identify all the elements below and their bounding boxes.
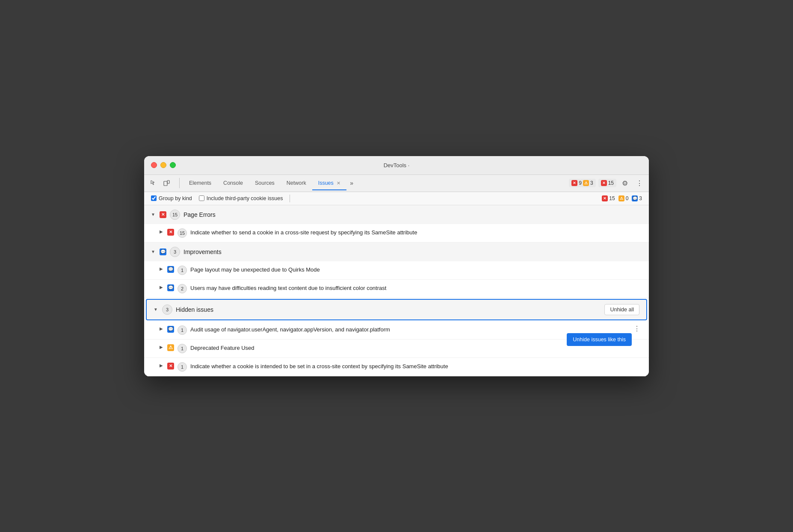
page-errors-icon: ✕ — [160, 211, 166, 218]
error-badge-icon: ✕ — [571, 180, 577, 186]
row-chevron: ▶ — [160, 326, 164, 331]
group-by-kind-checkbox[interactable]: Group by kind — [151, 195, 192, 201]
filter-warnings-badge: ⚠ 0 — [618, 195, 629, 201]
filter-info-badge: 💬 3 — [632, 195, 642, 201]
tab-sources[interactable]: Sources — [249, 177, 281, 190]
tab-network[interactable]: Network — [281, 177, 312, 190]
issues-badge-icon: ✕ — [601, 180, 607, 186]
hidden-issues-chevron: ▼ — [154, 307, 159, 312]
page-errors-count: 15 — [170, 210, 180, 220]
issues-count: 15 — [608, 180, 614, 186]
filter-badges: ✕ 15 ⚠ 0 💬 3 — [602, 195, 642, 201]
warning-badge-icon: ⚠ — [583, 180, 589, 186]
svg-rect-0 — [164, 181, 167, 186]
issue-text: Audit usage of navigator.userAgent, navi… — [190, 325, 628, 334]
row-chevron: ▶ — [160, 266, 164, 271]
device-toggle-icon[interactable] — [160, 177, 172, 189]
row-chevron: ▶ — [160, 363, 164, 368]
row-info-icon: 💬 — [167, 284, 174, 291]
settings-button[interactable]: ⚙ — [619, 177, 631, 189]
error-warning-badge: ✕ 9 ⚠ 3 — [569, 179, 595, 187]
issue-text: Page layout may be unexpected due to Qui… — [190, 266, 642, 274]
toolbar-icons — [148, 177, 172, 189]
close-button[interactable] — [151, 162, 157, 168]
filter-info-icon: 💬 — [632, 195, 638, 201]
row-count: 1 — [178, 325, 187, 335]
group-by-kind-input[interactable] — [151, 195, 157, 201]
row-count: 1 — [178, 362, 187, 372]
maximize-button[interactable] — [170, 162, 176, 168]
filter-bar: Group by kind Include third-party cookie… — [144, 192, 649, 205]
toolbar-divider — [179, 178, 180, 188]
tab-elements[interactable]: Elements — [183, 177, 217, 190]
tabs: Elements Console Sources Network Issues … — [183, 177, 567, 190]
issue-row[interactable]: ▶ ✕ 15 Indicate whether to send a cookie… — [144, 224, 649, 242]
error-count: 9 — [579, 180, 582, 186]
warning-count: 3 — [590, 180, 593, 186]
row-chevron: ▶ — [160, 285, 164, 290]
row-count: 1 — [178, 344, 187, 353]
title-bar: DevTools · — [144, 156, 649, 175]
toolbar-badges: ✕ 9 ⚠ 3 ✕ 15 ⚙ ⋮ — [569, 177, 645, 189]
row-chevron: ▶ — [160, 345, 164, 349]
svg-rect-1 — [167, 180, 169, 183]
minimize-button[interactable] — [160, 162, 166, 168]
filter-error-icon: ✕ — [602, 195, 608, 201]
issues-panel: ▼ ✕ 15 Page Errors ▶ ✕ 15 Indicate wheth… — [144, 205, 649, 376]
issue-row[interactable]: ▶ ✕ 1 Indicate whether a cookie is inten… — [144, 358, 649, 376]
inspect-icon[interactable] — [148, 177, 160, 189]
hidden-issues-title: Hidden issues — [176, 306, 213, 313]
row-count: 2 — [178, 284, 187, 293]
issue-row[interactable]: ▶ 💬 2 Users may have difficulties readin… — [144, 280, 649, 298]
row-warning-icon: ⚠ — [167, 344, 174, 351]
unhide-tooltip[interactable]: Unhide issues like this — [567, 333, 632, 346]
third-party-input[interactable] — [199, 195, 204, 201]
hidden-issues-section-header[interactable]: ▼ 3 Hidden issues Unhide all — [146, 299, 647, 320]
tab-close-icon[interactable]: ✕ — [337, 180, 340, 186]
issue-row[interactable]: ▶ 💬 1 Page layout may be unexpected due … — [144, 261, 649, 280]
page-errors-chevron: ▼ — [151, 212, 156, 217]
tab-console[interactable]: Console — [217, 177, 249, 190]
unhide-all-button[interactable]: Unhide all — [604, 304, 639, 315]
more-options-icon[interactable]: ⋮ — [632, 325, 642, 333]
improvements-title: Improvements — [183, 248, 222, 255]
improvements-count: 3 — [170, 247, 180, 257]
more-tabs-button[interactable]: » — [346, 178, 357, 188]
devtools-window: DevTools · Elements Console Sources Netw… — [144, 156, 649, 376]
third-party-checkbox[interactable]: Include third-party cookie issues — [199, 195, 283, 201]
more-options-button[interactable]: ⋮ — [633, 177, 645, 189]
issues-badge: ✕ 15 — [598, 179, 616, 187]
issue-text: Users may have difficulties reading text… — [190, 284, 642, 293]
row-info-icon: 💬 — [167, 266, 174, 273]
issue-row[interactable]: ▶ 💬 1 Audit usage of navigator.userAgent… — [144, 321, 649, 340]
row-chevron: ▶ — [160, 229, 164, 234]
row-count: 15 — [178, 228, 187, 238]
page-errors-title: Page Errors — [183, 211, 216, 218]
filter-divider — [290, 195, 290, 202]
row-error-icon: ✕ — [167, 229, 174, 236]
improvements-icon: 💬 — [160, 248, 166, 255]
row-count: 1 — [178, 266, 187, 275]
improvements-section-header[interactable]: ▼ 💬 3 Improvements — [144, 242, 649, 261]
issue-text: Indicate whether a cookie is intended to… — [190, 362, 642, 371]
filter-errors-badge: ✕ 15 — [602, 195, 615, 201]
row-error-icon: ✕ — [167, 363, 174, 369]
filter-warning-icon: ⚠ — [618, 195, 624, 201]
toolbar: Elements Console Sources Network Issues … — [144, 175, 649, 192]
tab-issues[interactable]: Issues ✕ — [312, 177, 347, 190]
window-title: DevTools · — [384, 162, 410, 168]
issue-text: Indicate whether to send a cookie in a c… — [190, 228, 642, 237]
page-errors-section-header[interactable]: ▼ ✕ 15 Page Errors — [144, 205, 649, 224]
improvements-chevron: ▼ — [151, 249, 156, 254]
row-info-icon: 💬 — [167, 326, 174, 333]
hidden-issues-count: 3 — [162, 304, 172, 315]
traffic-lights — [151, 162, 176, 168]
